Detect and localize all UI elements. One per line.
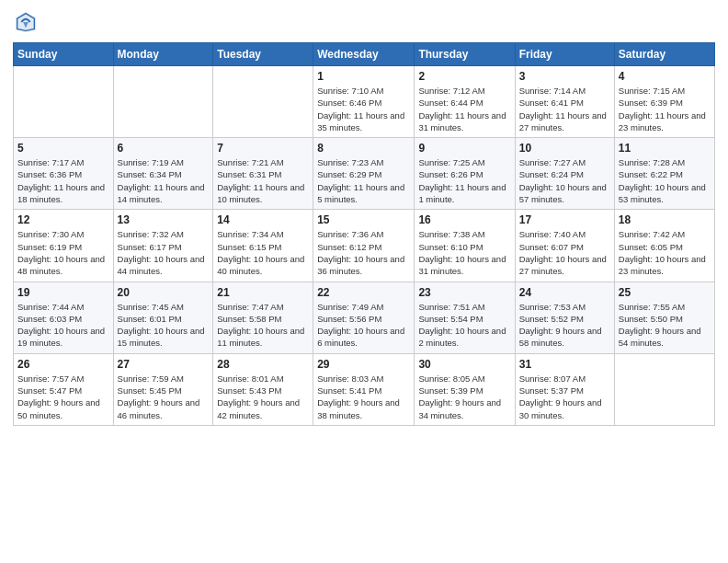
day-detail: Sunrise: 7:10 AM Sunset: 6:46 PM Dayligh… — [317, 85, 410, 133]
day-detail: Sunrise: 7:19 AM Sunset: 6:34 PM Dayligh… — [118, 156, 210, 205]
calendar-table: SundayMondayTuesdayWednesdayThursdayFrid… — [13, 42, 715, 426]
day-detail: Sunrise: 7:45 AM Sunset: 6:01 PM Dayligh… — [118, 301, 210, 350]
day-cell: 28Sunrise: 8:01 AM Sunset: 5:43 PM Dayli… — [213, 353, 313, 425]
day-detail: Sunrise: 8:05 AM Sunset: 5:39 PM Dayligh… — [418, 373, 510, 421]
day-cell: 6Sunrise: 7:19 AM Sunset: 6:34 PM Daylig… — [113, 138, 213, 210]
weekday-header-wednesday: Wednesday — [313, 43, 415, 66]
day-cell: 7Sunrise: 7:21 AM Sunset: 6:31 PM Daylig… — [213, 138, 313, 210]
week-row-5: 26Sunrise: 7:57 AM Sunset: 5:47 PM Dayli… — [14, 353, 715, 425]
day-number: 27 — [118, 358, 210, 371]
day-number: 28 — [217, 358, 309, 371]
day-cell: 15Sunrise: 7:36 AM Sunset: 6:12 PM Dayli… — [313, 210, 415, 282]
day-detail: Sunrise: 7:44 AM Sunset: 6:03 PM Dayligh… — [17, 301, 109, 350]
day-detail: Sunrise: 7:57 AM Sunset: 5:47 PM Dayligh… — [17, 373, 109, 421]
day-detail: Sunrise: 7:55 AM Sunset: 5:50 PM Dayligh… — [619, 301, 711, 350]
weekday-header-sunday: Sunday — [14, 43, 114, 66]
day-cell: 24Sunrise: 7:53 AM Sunset: 5:52 PM Dayli… — [515, 282, 614, 353]
day-cell: 25Sunrise: 7:55 AM Sunset: 5:50 PM Dayli… — [614, 282, 714, 353]
weekday-header-friday: Friday — [515, 43, 614, 66]
day-number: 20 — [118, 286, 210, 299]
day-number: 2 — [418, 70, 510, 83]
logo-icon — [13, 9, 39, 35]
weekday-header-tuesday: Tuesday — [213, 43, 313, 66]
calendar-container: SundayMondayTuesdayWednesdayThursdayFrid… — [0, 0, 728, 435]
day-cell: 17Sunrise: 7:40 AM Sunset: 6:07 PM Dayli… — [515, 210, 614, 282]
day-number: 30 — [418, 358, 510, 371]
day-detail: Sunrise: 7:12 AM Sunset: 6:44 PM Dayligh… — [418, 85, 510, 133]
day-detail: Sunrise: 7:25 AM Sunset: 6:26 PM Dayligh… — [418, 156, 510, 205]
week-row-4: 19Sunrise: 7:44 AM Sunset: 6:03 PM Dayli… — [14, 282, 715, 353]
day-number: 14 — [217, 213, 309, 226]
day-detail: Sunrise: 7:40 AM Sunset: 6:07 PM Dayligh… — [519, 228, 610, 277]
day-cell — [213, 66, 313, 138]
day-detail: Sunrise: 7:32 AM Sunset: 6:17 PM Dayligh… — [118, 228, 210, 277]
day-cell: 12Sunrise: 7:30 AM Sunset: 6:19 PM Dayli… — [14, 210, 114, 282]
day-cell: 31Sunrise: 8:07 AM Sunset: 5:37 PM Dayli… — [515, 353, 614, 425]
day-number: 26 — [17, 358, 109, 371]
day-detail: Sunrise: 7:51 AM Sunset: 5:54 PM Dayligh… — [418, 301, 510, 350]
week-row-3: 12Sunrise: 7:30 AM Sunset: 6:19 PM Dayli… — [14, 210, 715, 282]
day-cell: 21Sunrise: 7:47 AM Sunset: 5:58 PM Dayli… — [213, 282, 313, 353]
day-detail: Sunrise: 7:15 AM Sunset: 6:39 PM Dayligh… — [619, 85, 711, 133]
day-cell: 9Sunrise: 7:25 AM Sunset: 6:26 PM Daylig… — [415, 138, 515, 210]
day-cell — [14, 66, 114, 138]
day-number: 7 — [217, 142, 309, 155]
day-cell: 29Sunrise: 8:03 AM Sunset: 5:41 PM Dayli… — [313, 353, 415, 425]
day-number: 3 — [519, 70, 610, 83]
day-detail: Sunrise: 7:27 AM Sunset: 6:24 PM Dayligh… — [519, 156, 610, 205]
day-detail: Sunrise: 7:21 AM Sunset: 6:31 PM Dayligh… — [217, 156, 309, 205]
logo — [13, 9, 42, 35]
day-number: 10 — [519, 142, 610, 155]
day-number: 15 — [317, 213, 410, 226]
day-number: 22 — [317, 286, 410, 299]
day-cell: 30Sunrise: 8:05 AM Sunset: 5:39 PM Dayli… — [415, 353, 515, 425]
day-cell: 3Sunrise: 7:14 AM Sunset: 6:41 PM Daylig… — [515, 66, 614, 138]
day-cell: 11Sunrise: 7:28 AM Sunset: 6:22 PM Dayli… — [614, 138, 714, 210]
header — [13, 9, 715, 35]
day-cell: 20Sunrise: 7:45 AM Sunset: 6:01 PM Dayli… — [113, 282, 213, 353]
day-cell: 5Sunrise: 7:17 AM Sunset: 6:36 PM Daylig… — [14, 138, 114, 210]
day-number: 16 — [418, 213, 510, 226]
day-number: 13 — [118, 213, 210, 226]
day-detail: Sunrise: 8:07 AM Sunset: 5:37 PM Dayligh… — [519, 373, 610, 421]
day-cell — [113, 66, 213, 138]
day-cell: 27Sunrise: 7:59 AM Sunset: 5:45 PM Dayli… — [113, 353, 213, 425]
day-cell: 4Sunrise: 7:15 AM Sunset: 6:39 PM Daylig… — [614, 66, 714, 138]
day-number: 29 — [317, 358, 410, 371]
day-detail: Sunrise: 7:14 AM Sunset: 6:41 PM Dayligh… — [519, 85, 610, 133]
week-row-2: 5Sunrise: 7:17 AM Sunset: 6:36 PM Daylig… — [14, 138, 715, 210]
day-detail: Sunrise: 7:49 AM Sunset: 5:56 PM Dayligh… — [317, 301, 410, 350]
day-detail: Sunrise: 7:34 AM Sunset: 6:15 PM Dayligh… — [217, 228, 309, 277]
day-cell: 13Sunrise: 7:32 AM Sunset: 6:17 PM Dayli… — [113, 210, 213, 282]
day-detail: Sunrise: 7:30 AM Sunset: 6:19 PM Dayligh… — [17, 228, 109, 277]
day-detail: Sunrise: 7:23 AM Sunset: 6:29 PM Dayligh… — [317, 156, 410, 205]
day-detail: Sunrise: 7:47 AM Sunset: 5:58 PM Dayligh… — [217, 301, 309, 350]
day-cell: 10Sunrise: 7:27 AM Sunset: 6:24 PM Dayli… — [515, 138, 614, 210]
day-detail: Sunrise: 7:28 AM Sunset: 6:22 PM Dayligh… — [619, 156, 711, 205]
day-detail: Sunrise: 7:17 AM Sunset: 6:36 PM Dayligh… — [17, 156, 109, 205]
day-number: 18 — [619, 213, 711, 226]
day-cell: 8Sunrise: 7:23 AM Sunset: 6:29 PM Daylig… — [313, 138, 415, 210]
day-detail: Sunrise: 7:59 AM Sunset: 5:45 PM Dayligh… — [118, 373, 210, 421]
day-cell: 18Sunrise: 7:42 AM Sunset: 6:05 PM Dayli… — [614, 210, 714, 282]
weekday-header-saturday: Saturday — [614, 43, 714, 66]
day-number: 4 — [619, 70, 711, 83]
day-cell: 23Sunrise: 7:51 AM Sunset: 5:54 PM Dayli… — [415, 282, 515, 353]
day-cell: 16Sunrise: 7:38 AM Sunset: 6:10 PM Dayli… — [415, 210, 515, 282]
weekday-header-monday: Monday — [113, 43, 213, 66]
day-number: 25 — [619, 286, 711, 299]
day-number: 23 — [418, 286, 510, 299]
day-number: 1 — [317, 70, 410, 83]
day-number: 21 — [217, 286, 309, 299]
day-cell: 22Sunrise: 7:49 AM Sunset: 5:56 PM Dayli… — [313, 282, 415, 353]
day-cell: 19Sunrise: 7:44 AM Sunset: 6:03 PM Dayli… — [14, 282, 114, 353]
day-cell: 2Sunrise: 7:12 AM Sunset: 6:44 PM Daylig… — [415, 66, 515, 138]
day-number: 12 — [17, 213, 109, 226]
weekday-header-thursday: Thursday — [415, 43, 515, 66]
day-detail: Sunrise: 8:01 AM Sunset: 5:43 PM Dayligh… — [217, 373, 309, 421]
day-number: 24 — [519, 286, 610, 299]
day-detail: Sunrise: 7:38 AM Sunset: 6:10 PM Dayligh… — [418, 228, 510, 277]
weekday-header-row: SundayMondayTuesdayWednesdayThursdayFrid… — [14, 43, 715, 66]
day-cell — [614, 353, 714, 425]
day-number: 6 — [118, 142, 210, 155]
